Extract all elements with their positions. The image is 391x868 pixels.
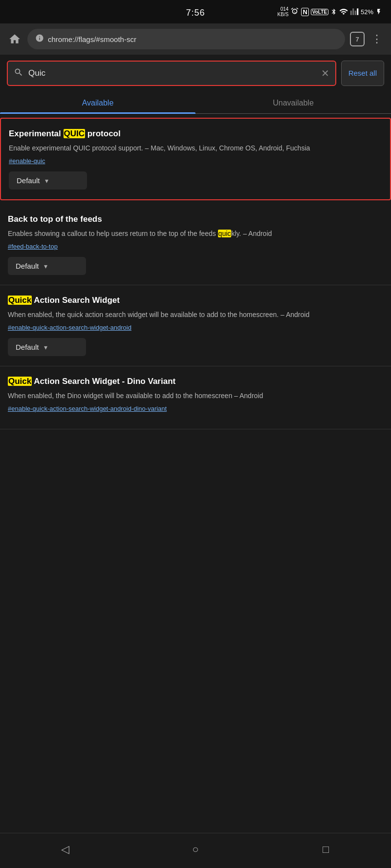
flag-title-quick-widget: Quick Action Search Widget — [8, 295, 383, 306]
tabs-row: Available Unavailable — [0, 92, 391, 114]
status-time: 7:56 — [186, 8, 205, 18]
quic-highlight: QUIC — [64, 129, 86, 138]
search-icon — [14, 67, 23, 80]
n-icon: N — [301, 8, 308, 16]
battery-text: 52% — [361, 8, 373, 16]
flag-dropdown-quic[interactable]: Default ▾ — [9, 171, 87, 190]
flag-item-feed-back: Back to top of the feeds Enables showing… — [0, 204, 391, 285]
flag-desc-quic: Enable experimental QUIC protocol suppor… — [9, 143, 382, 153]
flag-desc-quick-widget: When enabled, the quick action search wi… — [8, 310, 383, 320]
recents-button[interactable]: □ — [314, 840, 338, 859]
volte-icon: VoLTE — [311, 9, 328, 15]
quick-highlight-widget: Quick — [8, 296, 32, 305]
home-nav-button[interactable]: ○ — [184, 840, 207, 859]
flags-list: Experimental QUIC protocol Enable experi… — [0, 118, 391, 429]
flag-desc-feed-back: Enables showing a callout to help users … — [8, 229, 383, 239]
flag-item-quick-dino: Quick Action Search Widget - Dino Varian… — [0, 366, 391, 429]
quick-highlight-dino: Quick — [8, 377, 32, 386]
dropdown-arrow-feed-back: ▾ — [44, 262, 47, 270]
flag-title-quic: Experimental QUIC protocol — [9, 128, 382, 139]
tab-count[interactable]: 7 — [350, 32, 365, 46]
charging-icon — [375, 7, 382, 16]
address-bar[interactable]: chrome://flags/#smooth-scr — [27, 29, 345, 49]
flag-dropdown-feed-back[interactable]: Default ▾ — [8, 257, 86, 275]
flag-title-quick-dino: Quick Action Search Widget - Dino Varian… — [8, 376, 383, 387]
wifi-icon — [339, 7, 348, 16]
flag-desc-quick-dino: When enabled, the Dino widget will be av… — [8, 391, 383, 401]
flag-item-quick-widget: Quick Action Search Widget When enabled,… — [0, 285, 391, 366]
tab-unavailable[interactable]: Unavailable — [196, 92, 391, 113]
alarm-icon — [290, 7, 299, 16]
search-clear-button[interactable]: ✕ — [321, 67, 329, 79]
search-bar-container: ✕ Reset all — [0, 55, 391, 92]
tab-available[interactable]: Available — [0, 92, 196, 113]
speed-indicator: 014KB/S — [278, 6, 289, 17]
flag-title-feed-back: Back to top of the feeds — [8, 214, 383, 225]
signal-icon — [350, 7, 359, 16]
search-input-wrap: ✕ — [7, 61, 336, 86]
menu-button[interactable]: ⋮ — [369, 31, 384, 47]
flag-link-feed-back[interactable]: #feed-back-to-top — [8, 243, 383, 250]
flag-link-quick-dino[interactable]: #enable-quick-action-search-widget-andro… — [8, 405, 383, 412]
bluetooth-icon — [330, 7, 337, 16]
browser-bar: chrome://flags/#smooth-scr 7 ⋮ — [0, 23, 391, 55]
flag-link-quic[interactable]: #enable-quic — [9, 157, 382, 165]
flag-item-quic: Experimental QUIC protocol Enable experi… — [0, 118, 391, 200]
flag-link-quick-widget[interactable]: #enable-quick-action-search-widget-andro… — [8, 324, 383, 331]
dropdown-arrow-quick-widget: ▾ — [44, 343, 47, 351]
reset-all-button[interactable]: Reset all — [341, 61, 384, 86]
status-bar: 7:56 014KB/S N VoLTE 52% — [0, 0, 391, 23]
flag-dropdown-quick-widget[interactable]: Default ▾ — [8, 338, 86, 356]
info-icon — [35, 34, 44, 44]
dropdown-arrow-quic: ▾ — [45, 177, 48, 185]
quic-highlight-feed: quic — [218, 230, 232, 237]
bottom-nav: ◁ ○ □ — [0, 833, 391, 868]
home-button[interactable] — [7, 31, 22, 47]
url-text: chrome://flags/#smooth-scr — [48, 35, 337, 43]
search-input[interactable] — [28, 68, 316, 78]
status-icons: 014KB/S N VoLTE 52% — [278, 6, 382, 17]
back-button[interactable]: ◁ — [53, 840, 77, 859]
